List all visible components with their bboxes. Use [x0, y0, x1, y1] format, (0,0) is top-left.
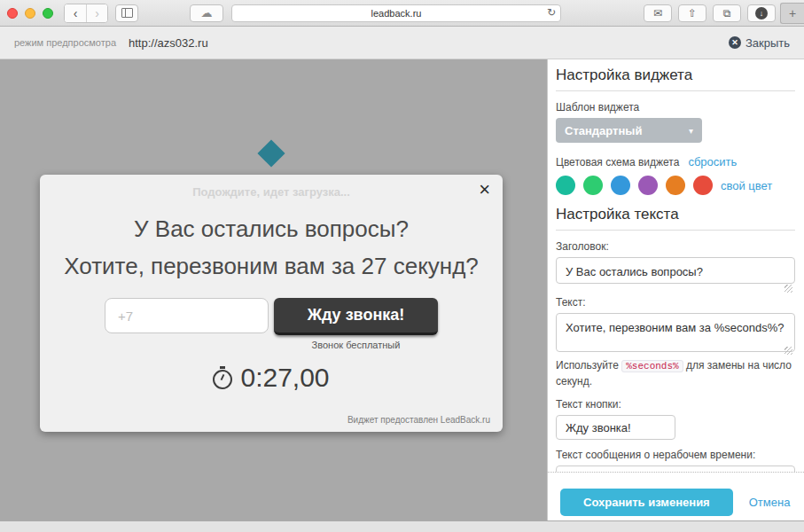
forward-button[interactable]: ›	[86, 4, 107, 22]
reload-icon[interactable]: ↻	[547, 6, 556, 19]
widget-settings-heading: Настройка виджета	[556, 66, 795, 91]
widget-title: У Вас остались вопросы? Хотите, перезвон…	[40, 210, 503, 285]
downloads-button[interactable]: ↓	[747, 4, 776, 22]
button-field-label: Текст кнопки:	[556, 398, 795, 411]
color-scheme-label: Цветовая схема виджета	[556, 156, 679, 168]
preview-site-url: http://azs032.ru	[129, 36, 208, 50]
template-dropdown[interactable]: Стандартный ▾	[556, 118, 702, 143]
tabs-icon: ⧉	[723, 7, 731, 20]
stopwatch-icon	[213, 370, 232, 389]
offtime-field-input[interactable]: Упс, сейчас не рабочее время, но мы обяз…	[556, 466, 795, 472]
browser-toolbar: ‹ › ☁ leadback.ru ↻ ✉ ⇧ ⧉ ↓ +	[0, 0, 804, 27]
share-icon: ⇧	[688, 7, 697, 20]
back-button[interactable]: ‹	[65, 4, 86, 22]
widget-title-line1: У Вас остались вопросы?	[40, 210, 503, 247]
text-field-label: Текст:	[556, 296, 795, 309]
widget-title-line2: Хотите, перезвоним вам за 27 секунд?	[40, 247, 503, 285]
leadback-diamond-logo	[257, 139, 285, 167]
seconds-hint: Используйте %seconds% для замены на числ…	[556, 358, 795, 389]
request-call-button[interactable]: Жду звонка!	[274, 298, 438, 335]
close-preview-label: Закрыть	[745, 36, 790, 50]
new-tab-button[interactable]: +	[780, 3, 804, 24]
color-swatch[interactable]	[693, 176, 713, 195]
button-text-input[interactable]	[556, 415, 675, 440]
settings-footer: Сохранить изменения Отмена	[548, 472, 804, 520]
template-label: Шаблон виджета	[556, 101, 795, 113]
custom-color-link[interactable]: свой цвет	[721, 179, 772, 192]
chevron-down-icon: ▾	[689, 126, 693, 136]
text-settings-heading: Настройка текста	[556, 206, 795, 231]
seconds-placeholder-chip: %seconds%	[621, 360, 683, 372]
countdown-timer: 0:27,00	[40, 363, 503, 393]
mail-share-button[interactable]: ✉	[644, 4, 672, 22]
seconds-hint-prefix: Используйте	[556, 359, 621, 372]
color-swatch[interactable]	[583, 176, 603, 195]
color-swatches	[556, 176, 713, 195]
url-text: leadback.ru	[371, 8, 422, 19]
phone-input[interactable]	[105, 298, 269, 333]
tab-overview-button[interactable]: ⧉	[713, 4, 741, 22]
color-swatch[interactable]	[638, 176, 658, 195]
sidebar-button[interactable]	[115, 4, 138, 22]
site-preview-area: Подождите, идет загрузка... × У Вас оста…	[0, 59, 547, 520]
text-field-input[interactable]: Хотите, перезвоним вам за %seconds%?	[556, 313, 795, 352]
sidebar-icon	[121, 8, 133, 18]
callback-widget-modal: Подождите, идет загрузка... × У Вас оста…	[40, 175, 503, 432]
color-swatch[interactable]	[666, 176, 685, 195]
free-call-note: Звонок бесплатный	[312, 340, 401, 350]
settings-panel-body: Настройка виджета Шаблон виджета Стандар…	[548, 59, 804, 472]
preview-mode-label: режим предпросмотра	[14, 37, 116, 48]
window-controls	[7, 8, 53, 19]
download-icon: ↓	[755, 7, 768, 20]
widget-close-icon[interactable]: ×	[479, 180, 490, 200]
header-field-label: Заголовок:	[556, 240, 795, 253]
share-button[interactable]: ⇧	[678, 4, 706, 22]
save-changes-button[interactable]: Сохранить изменения	[560, 489, 733, 516]
cloud-icon: ☁	[201, 6, 213, 20]
color-swatch[interactable]	[611, 176, 630, 195]
settings-panel: Настройка виджета Шаблон виджета Стандар…	[547, 59, 804, 520]
preview-mode-bar: режим предпросмотра http://azs032.ru ✕ З…	[0, 27, 804, 59]
timer-value: 0:27,00	[240, 363, 329, 393]
close-circle-icon: ✕	[729, 36, 741, 49]
cancel-link[interactable]: Отмена	[749, 496, 791, 509]
offtime-field-label: Текст сообщения о нерабочем времени:	[556, 449, 795, 461]
close-preview-button[interactable]: ✕ Закрыть	[729, 36, 790, 50]
reset-colors-link[interactable]: сбросить	[688, 155, 737, 168]
horizontal-scrollbar[interactable]	[0, 520, 804, 532]
zoom-window-button[interactable]	[43, 8, 53, 19]
close-window-button[interactable]	[7, 8, 18, 19]
icloud-tabs-button[interactable]: ☁	[190, 4, 223, 22]
template-selected-value: Стандартный	[565, 124, 689, 137]
header-field-input[interactable]: У Вас остались вопросы?	[556, 257, 795, 284]
envelope-icon: ✉	[653, 7, 662, 20]
minimize-window-button[interactable]	[25, 8, 35, 19]
address-bar[interactable]: leadback.ru ↻	[231, 4, 561, 22]
color-swatch[interactable]	[556, 176, 575, 195]
provider-note: Виджет предоставлен LeadBack.ru	[347, 415, 490, 425]
widget-loading-text: Подождите, идет загрузка...	[40, 185, 503, 199]
